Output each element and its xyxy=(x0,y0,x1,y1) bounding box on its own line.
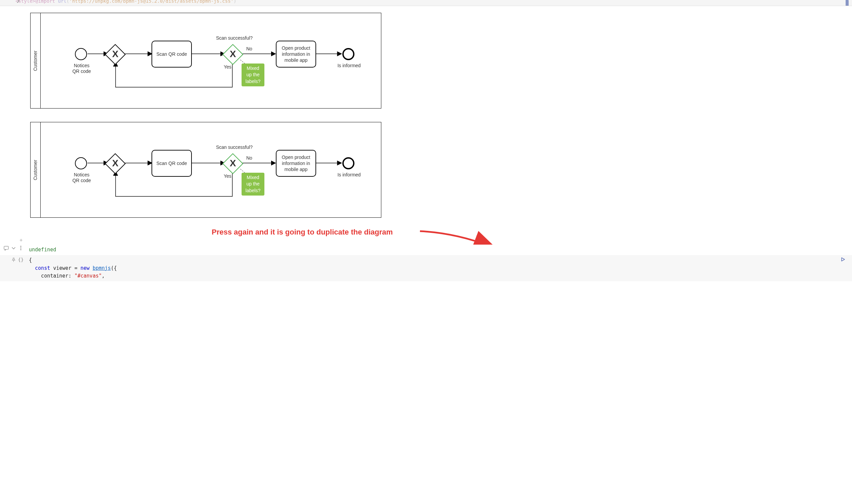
svg-point-13 xyxy=(20,246,21,247)
start-event[interactable] xyxy=(75,48,87,60)
gateway-merge[interactable] xyxy=(105,153,126,174)
bpmn-pool: Customer xyxy=(30,13,381,109)
output-value: undefined xyxy=(29,247,56,253)
task-open-product[interactable]: Open product information in mobile app xyxy=(276,150,316,177)
gateway-question-label: Scan successful? xyxy=(216,35,253,41)
expand-output-icon[interactable] xyxy=(11,245,16,251)
bpmn-pool: Customer N xyxy=(30,122,381,218)
svg-point-15 xyxy=(20,249,21,250)
lane-label: Customer xyxy=(33,50,38,71)
bpmn-diagram-1[interactable]: Customer xyxy=(30,13,842,109)
svg-rect-12 xyxy=(4,246,8,249)
flow-lines xyxy=(41,13,381,108)
flow-lines xyxy=(41,122,381,217)
play-icon xyxy=(846,0,849,6)
gateway-question-label: Scan successful? xyxy=(216,144,253,150)
gateway-merge[interactable] xyxy=(105,44,126,65)
cell-output-area: Customer xyxy=(0,6,852,245)
lane-body[interactable]: Notices QR code X Scan QR code X Scan su… xyxy=(41,122,381,217)
end-event-label: Is informed xyxy=(336,172,363,178)
task-open-product[interactable]: Open product information in mobile app xyxy=(276,41,316,68)
text-annotation[interactable]: Mixed up the labels? xyxy=(241,64,265,86)
run-cell-button[interactable] xyxy=(846,0,849,6)
lane-header: Customer xyxy=(31,13,41,108)
start-event-label: Notices QR code xyxy=(68,63,95,74)
pin-icon[interactable] xyxy=(11,257,16,263)
task-scan-qr[interactable]: Scan QR code xyxy=(151,41,192,68)
top-cell-header: <style>@import url('https://unpkg.com/bp… xyxy=(0,0,852,6)
end-event[interactable] xyxy=(342,157,355,169)
gateway-decision[interactable] xyxy=(222,153,243,174)
code-editor[interactable]: { const viewer = new bpmnjs({ container:… xyxy=(26,256,852,281)
end-event[interactable] xyxy=(342,48,355,60)
cell-gutter xyxy=(0,245,26,251)
end-event-label: Is informed xyxy=(336,63,363,69)
cell-output-row: + undefined xyxy=(0,245,852,255)
notebook-cells: + undefined {} { const viewer = new bpmn… xyxy=(0,245,852,281)
annotation-text: Press again and it is going to duplicate… xyxy=(212,228,393,236)
user-annotation-layer: Press again and it is going to duplicate… xyxy=(30,231,842,245)
code-cell[interactable]: {} { const viewer = new bpmnjs({ contain… xyxy=(0,255,852,281)
lane-header: Customer xyxy=(31,122,41,217)
cell-menu-icon[interactable] xyxy=(18,245,23,251)
start-event-label: Notices QR code xyxy=(68,172,95,183)
top-code-line: <style>@import url('https://unpkg.com/bp… xyxy=(16,0,237,4)
flow-label-no: No xyxy=(246,46,252,51)
task-scan-qr[interactable]: Scan QR code xyxy=(151,150,192,177)
lane-label: Customer xyxy=(33,160,38,180)
flow-label-yes: Yes xyxy=(224,173,232,179)
play-icon xyxy=(840,257,845,262)
text-annotation[interactable]: Mixed up the labels? xyxy=(241,173,265,196)
flow-label-yes: Yes xyxy=(224,64,232,70)
cell-gutter: {} xyxy=(0,256,26,263)
gateway-decision[interactable] xyxy=(222,44,243,65)
comment-icon[interactable] xyxy=(3,245,9,251)
bpmn-diagram-2[interactable]: Customer N xyxy=(30,122,842,218)
lane-body[interactable]: Notices QR code X Scan QR code X Scan su… xyxy=(41,13,381,108)
start-event[interactable] xyxy=(75,157,87,169)
run-cell-button[interactable] xyxy=(840,257,845,263)
output-content: undefined xyxy=(26,245,852,254)
flow-label-no: No xyxy=(246,155,252,161)
braces-icon[interactable]: {} xyxy=(18,257,23,263)
add-cell-icon[interactable]: + xyxy=(19,237,22,243)
svg-point-14 xyxy=(20,247,21,248)
